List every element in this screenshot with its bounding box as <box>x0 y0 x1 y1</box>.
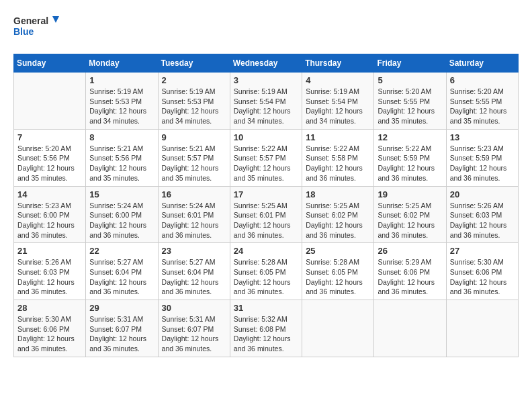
cell-text: Sunrise: 5:19 AMSunset: 5:54 PMDaylight:… <box>306 87 370 126</box>
cell-text: Sunrise: 5:25 AMSunset: 6:01 PMDaylight:… <box>234 201 298 240</box>
cell-text: Sunrise: 5:31 AMSunset: 6:07 PMDaylight:… <box>162 314 226 354</box>
header-cell-sunday: Sunday <box>14 54 86 73</box>
week-row-1: 7Sunrise: 5:20 AMSunset: 5:56 PMDaylight… <box>14 129 519 186</box>
cell-text: Sunrise: 5:26 AMSunset: 6:03 PMDaylight:… <box>17 257 82 297</box>
calendar-cell: 31Sunrise: 5:32 AMSunset: 6:08 PMDayligh… <box>230 300 302 357</box>
page-header: General Blue <box>13 13 519 43</box>
week-row-2: 14Sunrise: 5:23 AMSunset: 6:00 PMDayligh… <box>14 186 519 243</box>
day-number: 22 <box>89 246 154 256</box>
cell-text: Sunrise: 5:22 AMSunset: 5:58 PMDaylight:… <box>306 144 370 183</box>
calendar-cell: 27Sunrise: 5:30 AMSunset: 6:06 PMDayligh… <box>446 243 518 300</box>
calendar-cell: 28Sunrise: 5:30 AMSunset: 6:06 PMDayligh… <box>14 300 86 357</box>
day-number: 3 <box>234 75 298 85</box>
svg-text:General: General <box>13 15 48 26</box>
calendar-cell: 23Sunrise: 5:27 AMSunset: 6:04 PMDayligh… <box>158 243 230 300</box>
day-number: 25 <box>306 246 370 256</box>
calendar-cell: 14Sunrise: 5:23 AMSunset: 6:00 PMDayligh… <box>14 186 86 243</box>
cell-text: Sunrise: 5:29 AMSunset: 6:06 PMDaylight:… <box>378 257 442 297</box>
day-number: 12 <box>378 132 442 142</box>
day-number: 27 <box>450 246 515 256</box>
header-cell-thursday: Thursday <box>302 54 374 73</box>
cell-text: Sunrise: 5:30 AMSunset: 6:06 PMDaylight:… <box>17 314 82 354</box>
cell-text: Sunrise: 5:20 AMSunset: 5:55 PMDaylight:… <box>450 87 515 126</box>
day-number: 17 <box>234 189 298 199</box>
cell-text: Sunrise: 5:21 AMSunset: 5:56 PMDaylight:… <box>89 144 154 183</box>
cell-text: Sunrise: 5:22 AMSunset: 5:57 PMDaylight:… <box>234 144 298 183</box>
calendar-cell: 7Sunrise: 5:20 AMSunset: 5:56 PMDaylight… <box>14 129 86 186</box>
cell-text: Sunrise: 5:27 AMSunset: 6:04 PMDaylight:… <box>162 257 226 297</box>
calendar-cell <box>446 300 518 357</box>
cell-text: Sunrise: 5:23 AMSunset: 5:59 PMDaylight:… <box>450 144 515 183</box>
calendar-cell: 19Sunrise: 5:25 AMSunset: 6:02 PMDayligh… <box>374 186 446 243</box>
cell-text: Sunrise: 5:21 AMSunset: 5:57 PMDaylight:… <box>162 144 226 183</box>
calendar-header: SundayMondayTuesdayWednesdayThursdayFrid… <box>14 54 519 73</box>
calendar-cell: 11Sunrise: 5:22 AMSunset: 5:58 PMDayligh… <box>302 129 374 186</box>
header-row: SundayMondayTuesdayWednesdayThursdayFrid… <box>14 54 519 73</box>
day-number: 9 <box>162 132 226 142</box>
week-row-3: 21Sunrise: 5:26 AMSunset: 6:03 PMDayligh… <box>14 243 519 300</box>
calendar-cell: 6Sunrise: 5:20 AMSunset: 5:55 PMDaylight… <box>446 73 518 130</box>
day-number: 18 <box>306 189 370 199</box>
day-number: 11 <box>306 132 370 142</box>
day-number: 2 <box>162 75 226 85</box>
calendar-cell: 20Sunrise: 5:26 AMSunset: 6:03 PMDayligh… <box>446 186 518 243</box>
header-cell-tuesday: Tuesday <box>158 54 230 73</box>
calendar-cell: 29Sunrise: 5:31 AMSunset: 6:07 PMDayligh… <box>86 300 158 357</box>
cell-text: Sunrise: 5:24 AMSunset: 6:01 PMDaylight:… <box>162 201 226 240</box>
calendar-body: 1Sunrise: 5:19 AMSunset: 5:53 PMDaylight… <box>14 73 519 357</box>
header-cell-monday: Monday <box>86 54 158 73</box>
calendar-cell: 3Sunrise: 5:19 AMSunset: 5:54 PMDaylight… <box>230 73 302 130</box>
day-number: 6 <box>450 75 515 85</box>
cell-text: Sunrise: 5:20 AMSunset: 5:56 PMDaylight:… <box>17 144 82 183</box>
calendar-cell: 17Sunrise: 5:25 AMSunset: 6:01 PMDayligh… <box>230 186 302 243</box>
cell-text: Sunrise: 5:22 AMSunset: 5:59 PMDaylight:… <box>378 144 442 183</box>
cell-text: Sunrise: 5:19 AMSunset: 5:54 PMDaylight:… <box>234 87 298 126</box>
day-number: 1 <box>89 75 154 85</box>
calendar-cell: 18Sunrise: 5:25 AMSunset: 6:02 PMDayligh… <box>302 186 374 243</box>
calendar-cell: 16Sunrise: 5:24 AMSunset: 6:01 PMDayligh… <box>158 186 230 243</box>
header-cell-saturday: Saturday <box>446 54 518 73</box>
svg-text:Blue: Blue <box>13 26 34 37</box>
logo: General Blue <box>13 13 60 43</box>
cell-text: Sunrise: 5:31 AMSunset: 6:07 PMDaylight:… <box>89 314 154 354</box>
day-number: 13 <box>450 132 515 142</box>
day-number: 15 <box>89 189 154 199</box>
day-number: 16 <box>162 189 226 199</box>
day-number: 29 <box>89 303 154 313</box>
day-number: 23 <box>162 246 226 256</box>
cell-text: Sunrise: 5:28 AMSunset: 6:05 PMDaylight:… <box>306 257 370 297</box>
calendar-cell <box>302 300 374 357</box>
calendar-cell: 9Sunrise: 5:21 AMSunset: 5:57 PMDaylight… <box>158 129 230 186</box>
calendar-cell: 22Sunrise: 5:27 AMSunset: 6:04 PMDayligh… <box>86 243 158 300</box>
day-number: 7 <box>17 132 82 142</box>
calendar-cell: 4Sunrise: 5:19 AMSunset: 5:54 PMDaylight… <box>302 73 374 130</box>
day-number: 19 <box>378 189 442 199</box>
header-cell-wednesday: Wednesday <box>230 54 302 73</box>
cell-text: Sunrise: 5:25 AMSunset: 6:02 PMDaylight:… <box>306 201 370 240</box>
cell-text: Sunrise: 5:28 AMSunset: 6:05 PMDaylight:… <box>234 257 298 297</box>
calendar-cell: 25Sunrise: 5:28 AMSunset: 6:05 PMDayligh… <box>302 243 374 300</box>
cell-text: Sunrise: 5:26 AMSunset: 6:03 PMDaylight:… <box>450 201 515 240</box>
cell-text: Sunrise: 5:27 AMSunset: 6:04 PMDaylight:… <box>89 257 154 297</box>
day-number: 20 <box>450 189 515 199</box>
day-number: 5 <box>378 75 442 85</box>
day-number: 24 <box>234 246 298 256</box>
cell-text: Sunrise: 5:20 AMSunset: 5:55 PMDaylight:… <box>378 87 442 126</box>
calendar-cell: 13Sunrise: 5:23 AMSunset: 5:59 PMDayligh… <box>446 129 518 186</box>
week-row-4: 28Sunrise: 5:30 AMSunset: 6:06 PMDayligh… <box>14 300 519 357</box>
cell-text: Sunrise: 5:32 AMSunset: 6:08 PMDaylight:… <box>234 314 298 354</box>
day-number: 8 <box>89 132 154 142</box>
calendar-cell: 8Sunrise: 5:21 AMSunset: 5:56 PMDaylight… <box>86 129 158 186</box>
week-row-0: 1Sunrise: 5:19 AMSunset: 5:53 PMDaylight… <box>14 73 519 130</box>
cell-text: Sunrise: 5:23 AMSunset: 6:00 PMDaylight:… <box>17 201 82 240</box>
day-number: 31 <box>234 303 298 313</box>
day-number: 10 <box>234 132 298 142</box>
calendar-cell: 1Sunrise: 5:19 AMSunset: 5:53 PMDaylight… <box>86 73 158 130</box>
cell-text: Sunrise: 5:19 AMSunset: 5:53 PMDaylight:… <box>162 87 226 126</box>
day-number: 26 <box>378 246 442 256</box>
day-number: 14 <box>17 189 82 199</box>
day-number: 30 <box>162 303 226 313</box>
calendar-table: SundayMondayTuesdayWednesdayThursdayFrid… <box>13 54 519 357</box>
calendar-cell: 24Sunrise: 5:28 AMSunset: 6:05 PMDayligh… <box>230 243 302 300</box>
calendar-cell: 26Sunrise: 5:29 AMSunset: 6:06 PMDayligh… <box>374 243 446 300</box>
